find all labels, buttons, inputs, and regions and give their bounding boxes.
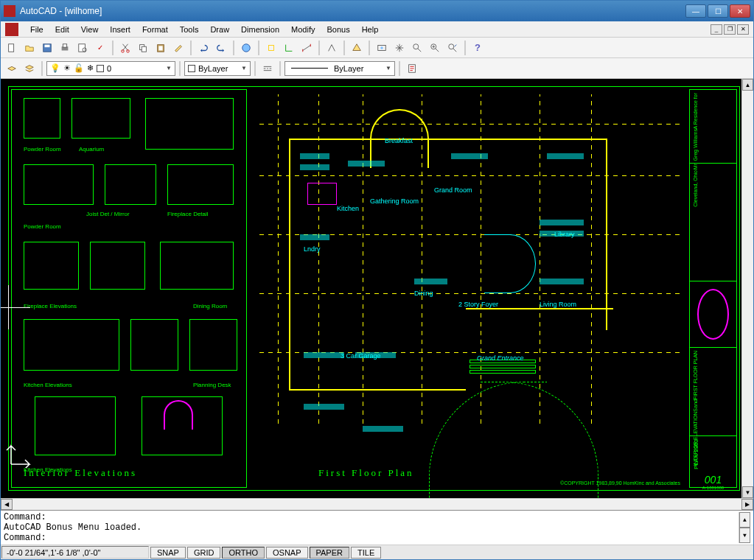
scroll-up-button[interactable]: ▲	[742, 79, 753, 91]
room-library: Library	[554, 231, 575, 238]
horizontal-scrollbar[interactable]: ◀ ▶	[1, 498, 753, 510]
lock-icon: 🔓	[74, 63, 84, 73]
snap-toggle[interactable]: SNAP	[150, 547, 186, 559]
vertical-scrollbar[interactable]: ▲ ▼	[741, 79, 753, 498]
lightbulb-icon: 💡	[50, 63, 60, 73]
menu-edit[interactable]: Edit	[49, 24, 75, 35]
make-layer-current-button[interactable]	[4, 60, 20, 77]
color-swatch	[188, 65, 195, 72]
distance-button[interactable]	[299, 40, 315, 56]
chevron-down-icon: ▼	[166, 65, 172, 71]
room-entrance: Grand Entrance	[477, 354, 524, 362]
matchprop-button[interactable]	[170, 40, 186, 56]
chevron-down-icon: ▼	[241, 65, 247, 71]
svg-point-16	[380, 46, 383, 49]
help-button[interactable]: ?	[469, 40, 486, 56]
detail-6: Dining Room	[193, 303, 227, 309]
copy-button[interactable]	[135, 40, 151, 56]
zoom-realtime-button[interactable]	[409, 40, 425, 56]
window-title: AutoCAD - [wilhome]	[20, 6, 685, 16]
room-lndry: Lndry	[304, 245, 321, 253]
redraw-button[interactable]	[324, 40, 340, 56]
titlebar: AutoCAD - [wilhome] — ☐ ✕	[1, 1, 753, 21]
color-dropdown[interactable]: ByLayer ▼	[184, 61, 251, 76]
drawing-canvas[interactable]: A Residence for Mr. Greg Williams Clevel…	[1, 79, 753, 498]
scroll-right-button[interactable]: ▶	[741, 499, 753, 510]
spell-button[interactable]: ✓	[92, 40, 108, 56]
undo-button[interactable]	[195, 40, 212, 56]
cut-button[interactable]	[117, 40, 133, 56]
sun-icon: ☀	[63, 63, 71, 73]
room-gathering: Gathering Room	[370, 197, 419, 205]
svg-point-17	[413, 43, 419, 49]
menu-format[interactable]: Format	[136, 24, 174, 35]
command-line[interactable]: Command: AutoCAD Bonus Menu loaded. Comm…	[1, 510, 753, 545]
grid-toggle[interactable]: GRID	[187, 547, 221, 559]
mdi-minimize-button[interactable]: _	[711, 24, 722, 35]
linetype-button[interactable]	[259, 60, 276, 77]
app-icon	[4, 5, 15, 17]
scroll-down-button[interactable]: ▼	[742, 486, 753, 498]
menu-help[interactable]: Help	[356, 24, 385, 35]
scroll-left-button[interactable]: ◀	[1, 499, 13, 510]
osnap-flyout-button[interactable]	[263, 40, 279, 56]
zoom-previous-button[interactable]	[444, 40, 461, 56]
layer-color-swatch	[97, 65, 104, 72]
ortho-toggle[interactable]: ORTHO	[222, 547, 265, 559]
mdi-restore-button[interactable]: ❐	[724, 24, 736, 35]
detail-4: Powder Room	[24, 223, 61, 230]
svg-rect-2	[45, 44, 50, 47]
linetype-dropdown[interactable]: ByLayer ▼	[285, 61, 395, 76]
title-block: A Residence for Mr. Greg Williams Clevel…	[689, 89, 737, 488]
print-button[interactable]	[57, 40, 73, 56]
command-history-2: AutoCAD Bonus Menu loaded.	[4, 522, 739, 533]
chevron-down-icon: ▼	[385, 65, 391, 71]
command-scroll-down[interactable]: ▼	[739, 528, 750, 543]
properties-button[interactable]	[404, 60, 420, 77]
zoom-window-button[interactable]	[427, 40, 443, 56]
drawing-id: A-1001000	[693, 486, 733, 490]
paper-toggle[interactable]: PAPER	[310, 547, 349, 559]
print-preview-button[interactable]	[74, 40, 91, 56]
menu-insert[interactable]: Insert	[104, 24, 136, 35]
detail-5: Fireplace Elevations	[24, 303, 77, 309]
menu-tools[interactable]: Tools	[174, 24, 205, 35]
new-button[interactable]	[4, 40, 20, 56]
save-button[interactable]	[39, 40, 55, 56]
osnap-toggle[interactable]: OSNAP	[266, 547, 308, 559]
menu-file[interactable]: File	[24, 24, 49, 35]
mdi-close-button[interactable]: ✕	[737, 24, 749, 35]
open-button[interactable]	[21, 40, 38, 56]
detail-0: Powder Room	[24, 146, 61, 153]
close-button[interactable]: ✕	[730, 4, 750, 18]
svg-rect-0	[9, 43, 14, 52]
command-prompt[interactable]: Command:	[4, 533, 739, 543]
menu-dimension[interactable]: Dimension	[235, 24, 285, 35]
ucs-button[interactable]	[281, 40, 297, 56]
launch-browser-button[interactable]	[238, 40, 254, 56]
paste-button[interactable]	[153, 40, 169, 56]
menu-view[interactable]: View	[75, 24, 105, 35]
mdi-app-icon[interactable]	[5, 23, 18, 36]
room-garage: 3 Car Garage	[341, 352, 381, 360]
room-living: Living Room	[540, 301, 576, 308]
client-label: Mr. Greg Williams	[693, 129, 698, 169]
command-scroll-up[interactable]: ▲	[739, 512, 750, 528]
minimize-button[interactable]: —	[685, 4, 706, 18]
maximize-button[interactable]: ☐	[708, 4, 728, 18]
redo-button[interactable]	[213, 40, 229, 56]
plan-ref: PLAN 2303	[693, 439, 699, 469]
svg-point-13	[242, 43, 251, 52]
menu-draw[interactable]: Draw	[204, 24, 235, 35]
aerial-view-button[interactable]	[349, 40, 365, 56]
pan-button[interactable]	[391, 40, 408, 56]
menu-modify[interactable]: Modify	[285, 24, 321, 35]
copyright: ©COPYRIGHT 1983,89,90 HomKinc and Associ…	[560, 480, 680, 486]
sheet-number: 001	[693, 474, 733, 486]
layers-button[interactable]	[21, 60, 38, 77]
named-views-button[interactable]	[374, 40, 390, 56]
coordinate-display[interactable]: -0'-0 21/64",1'-6 1/8" ,0'-0"	[1, 546, 149, 559]
layer-dropdown[interactable]: 💡 ☀ 🔓 ❄ 0 ▼	[46, 61, 175, 76]
menu-bonus[interactable]: Bonus	[321, 24, 355, 35]
tile-toggle[interactable]: TILE	[351, 547, 381, 559]
